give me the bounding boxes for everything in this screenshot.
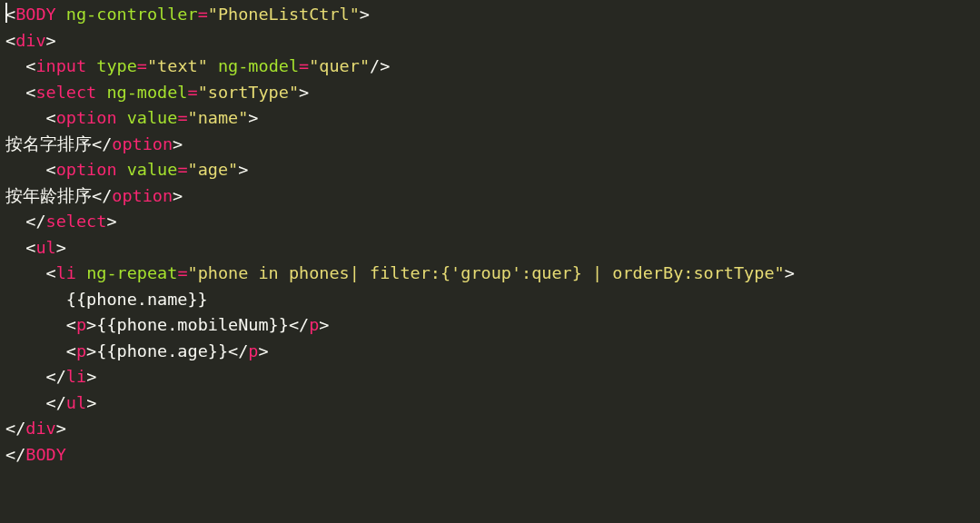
code-token: {{phone.name}} (5, 290, 208, 309)
code-token: </ (92, 134, 112, 153)
code-token: > (86, 341, 96, 360)
code-token: = (299, 56, 309, 75)
text-cursor (5, 3, 7, 23)
code-token: li (66, 367, 86, 386)
code-token: = (188, 83, 198, 102)
code-token (208, 56, 218, 75)
code-token: p (76, 341, 86, 360)
code-token: "PhoneListCtrl" (208, 5, 360, 24)
code-token: BODY (25, 445, 66, 464)
code-token: 按名字排序 (5, 134, 92, 153)
code-token: > (173, 134, 183, 153)
code-token: > (106, 212, 116, 231)
code-token: < (66, 315, 76, 334)
code-token: > (785, 263, 795, 282)
code-token: > (56, 419, 66, 438)
code-token: </ (228, 341, 248, 360)
code-token: ng-model (106, 83, 187, 102)
code-token: = (177, 263, 187, 282)
code-token (86, 56, 96, 75)
code-token: "sortType" (198, 83, 299, 102)
code-token: ng-controller (66, 5, 198, 24)
code-token: /> (370, 56, 390, 75)
code-token: > (86, 315, 96, 334)
code-token: > (258, 341, 268, 360)
code-token: < (66, 341, 76, 360)
code-token (5, 108, 46, 127)
code-token: p (309, 315, 319, 334)
code-token: > (299, 83, 309, 102)
code-token: p (248, 341, 258, 360)
code-token: "text" (147, 56, 208, 75)
code-token: {{phone.age}} (96, 341, 228, 360)
code-token (5, 315, 66, 334)
code-token (5, 341, 66, 360)
code-token: > (86, 393, 96, 412)
code-token: </ (5, 419, 25, 438)
code-token: > (86, 367, 96, 386)
code-token: input (35, 56, 86, 75)
code-token: div (15, 31, 45, 50)
code-token: < (5, 31, 15, 50)
code-token: ng-model (218, 56, 299, 75)
code-token: </ (289, 315, 309, 334)
code-token (117, 160, 127, 179)
code-token (5, 393, 46, 412)
code-token (96, 83, 106, 102)
code-token: < (5, 5, 15, 24)
code-token: </ (25, 212, 45, 231)
code-token (5, 238, 25, 257)
code-token: > (319, 315, 329, 334)
code-token (5, 83, 25, 102)
code-token: option (56, 108, 117, 127)
code-token (5, 263, 46, 282)
code-token: > (56, 238, 66, 257)
code-token (76, 263, 86, 282)
code-token: value (127, 160, 178, 179)
code-token: BODY (15, 5, 56, 24)
code-token: "name" (188, 108, 249, 127)
code-token: < (46, 263, 56, 282)
code-editor[interactable]: <BODY ng-controller="PhoneListCtrl"> <di… (0, 0, 980, 469)
code-token: option (112, 186, 173, 205)
code-token: < (25, 83, 35, 102)
code-token: > (238, 160, 248, 179)
code-token: > (173, 186, 183, 205)
code-token: = (198, 5, 208, 24)
code-token: type (96, 56, 137, 75)
code-token: p (76, 315, 86, 334)
code-token: > (248, 108, 258, 127)
code-token: select (46, 212, 107, 231)
code-token: ul (35, 238, 55, 257)
code-token: < (46, 108, 56, 127)
code-token: > (46, 31, 56, 50)
code-token: </ (46, 367, 66, 386)
code-token: value (127, 108, 178, 127)
code-token: ng-repeat (86, 263, 177, 282)
code-token: ul (66, 393, 86, 412)
code-token: < (25, 238, 35, 257)
code-token: "quer" (309, 56, 370, 75)
code-token: "phone in phones| filter:{'group':quer} … (188, 263, 785, 282)
code-token: </ (92, 186, 112, 205)
code-token: < (25, 56, 35, 75)
code-token: {{phone.mobileNum}} (96, 315, 289, 334)
code-token: = (177, 108, 187, 127)
code-token: < (46, 160, 56, 179)
code-token (117, 108, 127, 127)
code-token (56, 5, 66, 24)
code-token: option (112, 134, 173, 153)
code-token: li (56, 263, 76, 282)
code-token: = (137, 56, 147, 75)
code-token (5, 367, 46, 386)
code-token: 按年龄排序 (5, 186, 92, 205)
code-token (5, 56, 25, 75)
code-token: select (35, 83, 96, 102)
code-token: </ (5, 445, 25, 464)
code-token: > (360, 5, 370, 24)
code-token: "age" (188, 160, 239, 179)
code-token (5, 212, 25, 231)
code-token: option (56, 160, 117, 179)
code-token: = (177, 160, 187, 179)
code-token (5, 160, 46, 179)
